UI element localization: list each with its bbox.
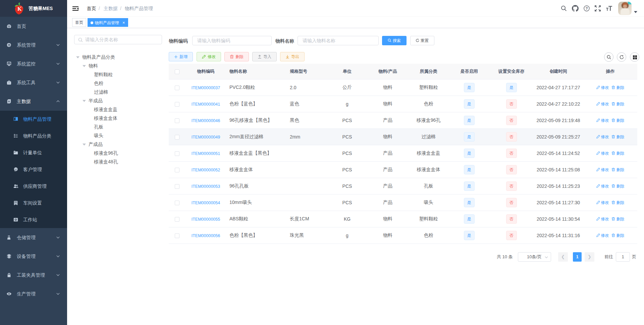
svg-text:?: ? [586,6,588,10]
svg-text:K: K [17,6,22,12]
